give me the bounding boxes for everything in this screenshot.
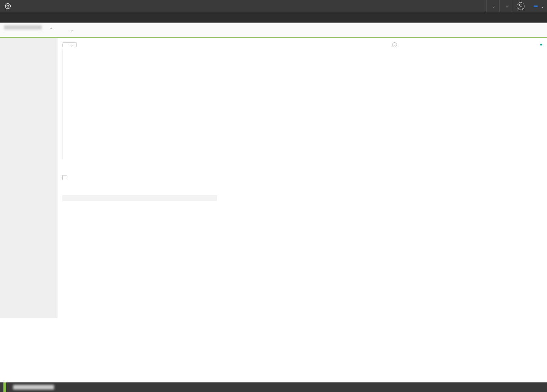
svg-point-0 xyxy=(5,4,11,9)
page-load-chart[interactable] xyxy=(62,50,382,159)
svg-point-3 xyxy=(519,4,522,6)
notifications-badge[interactable] xyxy=(534,5,538,7)
content: ⌄ ? xyxy=(57,38,547,318)
apdex-title: ? xyxy=(390,42,535,47)
help-menu[interactable]: ⌄ xyxy=(499,0,513,12)
throughput-chart[interactable] xyxy=(390,108,542,146)
app-header: ⌄ ⌄ xyxy=(0,23,547,38)
logo[interactable] xyxy=(0,3,18,9)
chevron-down-icon: ⌄ xyxy=(70,42,74,48)
chevron-down-icon: ⌄ xyxy=(70,27,74,32)
newrelic-logo-icon xyxy=(5,3,11,9)
chevron-down-icon: ⌄ xyxy=(505,4,509,9)
help-icon[interactable]: ? xyxy=(392,42,397,47)
checkbox-icon xyxy=(62,175,67,180)
ajax-chart[interactable] xyxy=(387,195,542,243)
overview-chart-select[interactable]: ⌄ xyxy=(62,42,77,47)
app-name-blurred xyxy=(4,25,42,29)
chevron-down-icon: ⌄ xyxy=(541,4,547,9)
compare-checkbox[interactable] xyxy=(62,175,382,180)
svg-point-1 xyxy=(7,5,9,7)
tools-menu[interactable]: ⌄ xyxy=(486,0,499,12)
chevron-down-icon: ⌄ xyxy=(492,4,495,9)
sidebar-header xyxy=(0,41,57,47)
top-nav: ⌄ ⌄ ⌄ xyxy=(0,0,547,12)
avatar-icon xyxy=(517,2,525,10)
apdex-chart[interactable] xyxy=(390,49,542,96)
sub-nav xyxy=(0,12,547,23)
chevron-down-icon: ⌄ xyxy=(49,25,53,30)
time-picker[interactable]: ⌄ xyxy=(57,23,79,37)
jserrors-chart[interactable] xyxy=(225,195,379,243)
apps-selector[interactable]: ⌄ xyxy=(0,23,57,37)
sidebar xyxy=(0,38,57,318)
apdex-appserver-label[interactable]: ■ xyxy=(540,42,542,46)
user-menu[interactable] xyxy=(513,0,531,12)
traces-header xyxy=(62,195,217,201)
